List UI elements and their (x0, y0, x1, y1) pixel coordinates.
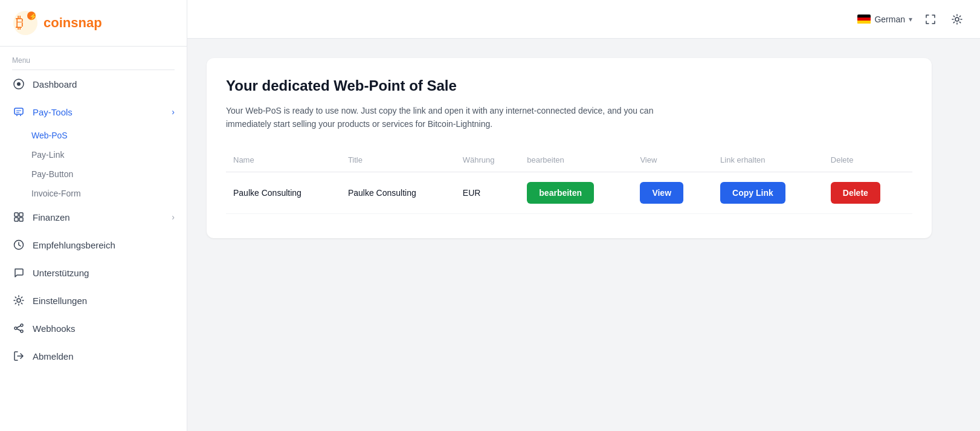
svg-rect-11 (15, 218, 18, 221)
sidebar-item-abmelden[interactable]: Abmelden (0, 342, 187, 370)
svg-point-8 (20, 115, 21, 116)
chat-icon (12, 266, 25, 279)
col-delete: Delete (824, 151, 912, 172)
pay-tools-chevron: › (172, 107, 175, 117)
fullscreen-button[interactable] (922, 11, 939, 28)
sidebar-item-webhooks[interactable]: Webhooks (0, 314, 187, 342)
gear-icon (12, 294, 25, 307)
sidebar-sub-item-web-pos[interactable]: Web-PoS (31, 126, 187, 145)
sidebar-item-finanzen-label: Finanzen (33, 212, 70, 222)
logo-container: ₿ ⚡ coinsnap (0, 0, 187, 47)
logo-text: coinsnap (44, 15, 102, 31)
row-name: Paulke Consulting (226, 172, 341, 213)
svg-point-14 (17, 299, 21, 302)
main-area: German ▾ Your dedicated Web-Point of Sal… (187, 0, 980, 431)
main-card: Your dedicated Web-Point of Sale Your We… (207, 58, 932, 238)
sidebar-item-dashboard-label: Dashboard (33, 79, 77, 89)
svg-rect-10 (19, 213, 23, 216)
sidebar-sub-item-pay-button[interactable]: Pay-Button (31, 164, 187, 184)
delete-button[interactable]: Delete (831, 182, 880, 204)
svg-rect-6 (15, 108, 23, 114)
cart-icon (12, 105, 25, 118)
sidebar-item-pay-tools[interactable]: Pay-Tools › (0, 98, 187, 126)
sidebar: ₿ ⚡ coinsnap Menu Dashboard Pay-Tools › … (0, 0, 187, 431)
row-copy-link-cell: Copy Link (713, 172, 824, 213)
svg-rect-9 (15, 213, 18, 216)
svg-point-18 (955, 18, 959, 21)
page-description: Your Web-PoS is ready to use now. Just c… (226, 104, 685, 131)
sidebar-sub-item-invoice-form[interactable]: Invoice-Form (31, 184, 187, 203)
sidebar-item-einstellungen[interactable]: Einstellungen (0, 287, 187, 314)
content-area: Your dedicated Web-Point of Sale Your We… (187, 39, 980, 431)
table-row: Paulke Consulting Paulke Consulting EUR … (226, 172, 912, 213)
grid-icon (12, 210, 25, 224)
language-label: German (874, 15, 905, 24)
pos-table: Name Title Währung bearbeiten View Link … (226, 151, 912, 214)
row-title: Paulke Consulting (341, 172, 456, 213)
sidebar-item-unterstutzung[interactable]: Unterstützung (0, 259, 187, 287)
col-view: View (633, 151, 713, 172)
row-delete-cell: Delete (824, 172, 912, 213)
sidebar-item-empfehlungsbereich-label: Empfehlungsbereich (33, 240, 115, 250)
language-selector[interactable]: German ▾ (857, 15, 912, 24)
svg-point-5 (17, 82, 21, 86)
svg-rect-12 (19, 218, 23, 221)
coinsnap-logo-icon: ₿ ⚡ (12, 10, 39, 36)
row-bearbeiten-cell: bearbeiten (520, 172, 633, 213)
svg-point-7 (16, 115, 18, 116)
pay-tools-submenu: Web-PoS Pay-Link Pay-Button Invoice-Form (0, 126, 187, 203)
dashboard-icon (12, 77, 25, 91)
circle-icon (12, 238, 25, 251)
col-bearbeiten: bearbeiten (520, 151, 633, 172)
sidebar-item-pay-tools-label: Pay-Tools (33, 107, 73, 117)
view-button[interactable]: View (640, 182, 683, 204)
flag-yellow (857, 21, 871, 24)
svg-text:⚡: ⚡ (29, 12, 37, 21)
topbar: German ▾ (187, 0, 980, 39)
svg-text:₿: ₿ (16, 13, 24, 31)
col-title: Title (341, 151, 456, 172)
page-title: Your dedicated Web-Point of Sale (226, 77, 912, 94)
col-currency: Währung (456, 151, 520, 172)
col-name: Name (226, 151, 341, 172)
sidebar-item-abmelden-label: Abmelden (33, 351, 74, 361)
row-view-cell: View (633, 172, 713, 213)
settings-button[interactable] (949, 11, 965, 28)
menu-label: Menu (0, 47, 187, 70)
row-currency: EUR (456, 172, 520, 213)
logout-icon (12, 349, 25, 363)
sidebar-item-einstellungen-label: Einstellungen (33, 296, 87, 306)
language-chevron-icon: ▾ (909, 15, 912, 24)
bearbeiten-button[interactable]: bearbeiten (527, 182, 594, 204)
col-link-erhalten: Link erhalten (713, 151, 824, 172)
copy-link-button[interactable]: Copy Link (720, 182, 785, 204)
sidebar-item-finanzen[interactable]: Finanzen › (0, 203, 187, 231)
sidebar-item-webhooks-label: Webhooks (33, 323, 76, 334)
sidebar-item-dashboard[interactable]: Dashboard (0, 70, 187, 98)
german-flag (857, 15, 871, 24)
finanzen-chevron: › (172, 212, 175, 222)
sidebar-sub-item-pay-link[interactable]: Pay-Link (31, 145, 187, 164)
share-icon (12, 322, 25, 335)
sidebar-item-empfehlungsbereich[interactable]: Empfehlungsbereich (0, 231, 187, 259)
sidebar-item-unterstutzung-label: Unterstützung (33, 268, 89, 278)
